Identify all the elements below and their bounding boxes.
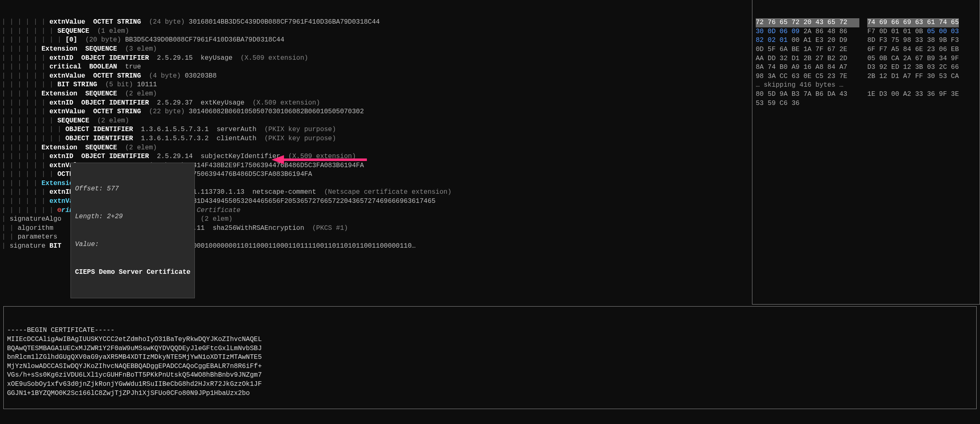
- hex-row[interactable]: 80 5D 9A B3 7A B6 DA 43 1E D3 00 A2 33 3…: [756, 90, 976, 99]
- tree-row[interactable]: | | | | | | | SEQUENCE (1 elem): [2, 27, 750, 36]
- hex-dump-panel[interactable]: 72 76 65 72 20 43 65 72 74 69 66 69 63 6…: [752, 0, 980, 305]
- hex-row[interactable]: 82 02 01 00 A1 E3 20 D9 8D F3 75 98 33 3…: [756, 36, 976, 45]
- tree-row[interactable]: | | | | | | | SEQUENCE (2 elem): [2, 117, 750, 126]
- hex-row[interactable]: 8A 74 B0 A9 16 A8 84 A7 D3 92 ED 12 3B 0…: [756, 63, 976, 72]
- tree-row[interactable]: | | | | | Extension SEQUENCE (2 elem): [2, 90, 750, 99]
- tree-row[interactable]: | | | | | | extnID OBJECT IDENTIFIER 2.5…: [2, 54, 750, 63]
- asn1-tree-panel[interactable]: | | | | | | extnValue OCTET STRING (24 b…: [0, 0, 752, 305]
- tree-row[interactable]: | | | | | Extension SEQUENCE (3 elem): [2, 45, 750, 54]
- hex-row[interactable]: 30 0D 06 09 2A 86 48 86 F7 0D 01 01 0B 0…: [756, 27, 976, 37]
- tree-row[interactable]: | | | | | Extension SEQUENCE (2 elem): [2, 144, 750, 153]
- tooltip-length-value: 2+29: [107, 213, 123, 220]
- pem-line: xOE9uSobOy1xfv63d0jnZjkRonjYGwWdu1RSuIIB…: [7, 380, 973, 389]
- tree-row[interactable]: | | | | | | critical BOOLEAN true: [2, 63, 750, 72]
- annotation-arrow: [272, 154, 371, 166]
- tree-row[interactable]: | | | | | | | | [0] (20 byte) BB3D5C439D…: [2, 36, 750, 45]
- tree-row[interactable]: | | | | | | extnID OBJECT IDENTIFIER 2.5…: [2, 99, 750, 108]
- tree-row[interactable]: | | | | | | extnValue OCTET STRING (22 b…: [2, 107, 750, 117]
- pem-line: BQAwQTESMBAGA1UECxMJZWR1Y2F0aW9uMSswKQYD…: [7, 344, 973, 353]
- hex-row[interactable]: AA DD 32 D1 2B 27 B2 2D 05 0B CA 2A 67 B…: [756, 54, 976, 63]
- pem-line: MIIEcDCCAligAwIBAgIUUSKYCCC2etZdmhoIyO31…: [7, 335, 973, 344]
- tree-row[interactable]: | | | | | | | | OBJECT IDENTIFIER 1.3.6.…: [2, 134, 750, 144]
- tooltip-value-label: Value:: [75, 241, 99, 248]
- collapse-icon[interactable]: ⊖: [57, 207, 61, 214]
- svg-marker-0: [272, 155, 284, 164]
- pem-line: VGs/h+sSs0Kg6ziVDU6LXl1ycGUHFnBoTT5PKkPn…: [7, 371, 973, 380]
- hex-row[interactable]: 0D 5F 6A BE 1A 7F 67 2E 6F F7 A5 84 6E 2…: [756, 45, 976, 54]
- hex-row[interactable]: 53 59 C6 36: [756, 99, 976, 108]
- tree-row[interactable]: | | | | | | | BIT STRING (5 bit) 10111: [2, 80, 750, 90]
- tree-row[interactable]: | | | | | | | | OBJECT IDENTIFIER 1.3.6.…: [2, 125, 750, 134]
- pem-certificate-box[interactable]: -----BEGIN CERTIFICATE-----MIIEcDCCAligA…: [3, 306, 977, 409]
- pem-line: bnRlcm1lZGlhdGUgQXV0aG9yaXR5MB4XDTIzMDky…: [7, 353, 973, 362]
- tree-row[interactable]: | | | | | | extnValue OCTET STRING (4 by…: [2, 72, 750, 81]
- tree-row[interactable]: | | | | | | extnID OBJECT IDENTIFIER 2.5…: [2, 152, 750, 161]
- tooltip-offset-value: 577: [107, 185, 119, 193]
- hover-tooltip: Offset: 577 Length: 2+29 Value: CIEPS De…: [70, 163, 195, 298]
- pem-line: MjYzNlowADCCASIwDQYJKoZIhvcNAQEBBQADggEP…: [7, 362, 973, 371]
- tooltip-offset-label: Offset:: [75, 185, 107, 193]
- hex-skip-notice: … skipping 416 bytes …: [756, 81, 976, 90]
- tooltip-value-text: CIEPS Demo Server Certificate: [75, 268, 190, 276]
- hex-row[interactable]: 98 3A CC 63 0E C5 23 7E 2B 12 D1 A7 FF 3…: [756, 72, 976, 81]
- pem-line: GGJN1+1BYZQMO0K2Sc166lC8ZwjTjZPJh1XjSFUo…: [7, 389, 973, 398]
- pem-line: -----BEGIN CERTIFICATE-----: [7, 326, 973, 335]
- hex-row[interactable]: 72 76 65 72 20 43 65 72 74 69 66 69 63 6…: [756, 18, 976, 27]
- tree-row[interactable]: | | | | | | extnValue OCTET STRING (24 b…: [2, 18, 750, 27]
- tooltip-length-label: Length:: [75, 213, 107, 220]
